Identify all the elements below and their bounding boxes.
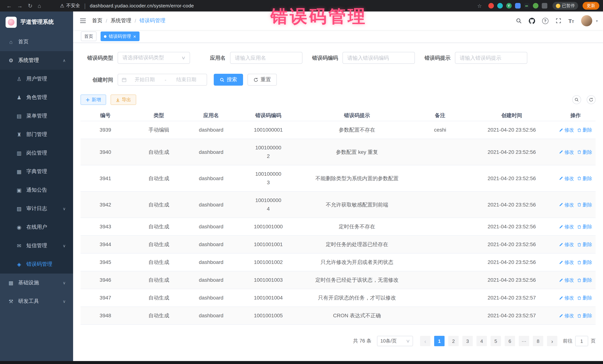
extension-icon-6[interactable]: [533, 3, 538, 9]
edit-button[interactable]: 修改: [559, 294, 574, 302]
screen: ← → ↻ ⌂ ⚠ 不安全 | dashboard.yudao.iocoder.…: [0, 0, 603, 364]
sidebar-item-user-management[interactable]: ♙ 用户管理: [0, 70, 73, 88]
error-code-input[interactable]: [343, 52, 415, 64]
font-size-icon[interactable]: T T: [568, 18, 574, 23]
forward-icon[interactable]: →: [17, 3, 23, 9]
update-button[interactable]: 更新: [583, 2, 599, 10]
page-button[interactable]: 8: [533, 336, 543, 346]
cell-time: 2021-04-20 23:52:56: [468, 165, 556, 192]
error-hint-input[interactable]: [455, 52, 527, 64]
delete-button[interactable]: 删除: [577, 174, 592, 183]
page-button[interactable]: 1: [434, 336, 445, 346]
sidebar-item-role-management[interactable]: ♟ 角色管理: [0, 88, 73, 107]
cell-type: 自动生成: [130, 192, 187, 218]
edit-button[interactable]: 修改: [559, 276, 574, 284]
sidebar-item-department-management[interactable]: ♜ 部门管理: [0, 125, 73, 144]
cell-hint: 定时任务已经处于该状态，无需修改: [302, 271, 412, 289]
reload-icon[interactable]: ↻: [28, 2, 33, 9]
sidebar-item-dict-management[interactable]: ▦ 字典管理: [0, 162, 73, 181]
security-indicator[interactable]: ⚠ 不安全: [60, 3, 80, 9]
edit-button[interactable]: 修改: [559, 174, 574, 183]
extension-icon-5[interactable]: on: [524, 3, 529, 9]
delete-icon: [577, 296, 581, 300]
prev-page-button[interactable]: ‹: [420, 336, 430, 346]
avatar-dropdown-icon[interactable]: ▾: [596, 19, 598, 23]
edit-button[interactable]: 修改: [559, 126, 574, 134]
page-button[interactable]: 4: [476, 336, 487, 346]
breadcrumb-system[interactable]: 系统管理: [111, 17, 131, 24]
logo[interactable]: 芋道管理系统: [0, 11, 73, 33]
cell-remark: [412, 192, 468, 218]
sidebar-item-infrastructure[interactable]: ▩ 基础设施 ∨: [0, 274, 73, 292]
delete-button[interactable]: 删除: [577, 294, 592, 302]
page-button[interactable]: 5: [491, 336, 501, 346]
cell-hint: 不能删除类型为系统内置的参数配置: [302, 165, 412, 192]
breadcrumb-home[interactable]: 首页: [92, 17, 103, 24]
delete-button[interactable]: 删除: [577, 240, 592, 249]
search-button[interactable]: 搜索: [214, 74, 243, 86]
error-type-select[interactable]: 请选择错误码类型 ∨: [118, 52, 190, 64]
sidebar-item-online-users[interactable]: ◉ 在线用户: [0, 218, 73, 236]
cell-type: 自动生成: [130, 307, 187, 325]
delete-button[interactable]: 删除: [577, 311, 592, 320]
edit-button[interactable]: 修改: [559, 240, 574, 249]
extension-icon-3[interactable]: V: [506, 3, 511, 9]
page-button[interactable]: 2: [448, 336, 459, 346]
sidebar-toggle-icon[interactable]: [80, 18, 86, 23]
extension-icon-2[interactable]: [497, 3, 503, 9]
delete-button[interactable]: 删除: [577, 222, 592, 231]
paused-badge[interactable]: 已暂停: [552, 2, 578, 10]
cell-app: dashboard: [187, 307, 235, 325]
app-name-input[interactable]: [230, 52, 302, 64]
close-icon[interactable]: ×: [133, 34, 136, 39]
edit-button[interactable]: 修改: [559, 200, 574, 209]
sidebar-item-home[interactable]: ⌂ 首页: [0, 33, 73, 51]
delete-button[interactable]: 删除: [577, 200, 592, 209]
search-icon[interactable]: [516, 18, 522, 24]
extension-icon-7[interactable]: [542, 3, 547, 9]
edit-button[interactable]: 修改: [559, 222, 574, 231]
add-button[interactable]: 新增: [81, 95, 106, 105]
sidebar-item-system-management[interactable]: ⚙ 系统管理 ∧: [0, 51, 73, 70]
delete-button[interactable]: 删除: [577, 126, 592, 134]
edit-button[interactable]: 修改: [559, 311, 574, 320]
export-button[interactable]: 导出: [111, 95, 136, 105]
page-button[interactable]: 3: [462, 336, 473, 346]
page-button[interactable]: ···: [519, 336, 529, 346]
bookmark-star-icon[interactable]: ☆: [477, 3, 482, 9]
user-avatar[interactable]: [581, 15, 592, 26]
home-icon[interactable]: ⌂: [38, 3, 41, 9]
date-range-picker[interactable]: 开始日期 - 结束日期: [118, 74, 207, 86]
column-code: 错误码编码: [235, 110, 302, 121]
github-icon[interactable]: [529, 18, 535, 24]
delete-button[interactable]: 删除: [577, 258, 592, 266]
back-icon[interactable]: ←: [6, 3, 12, 9]
tab-home[interactable]: 首页: [81, 32, 96, 41]
url-text[interactable]: dashboard.yudao.iocoder.cn/system/error-…: [90, 3, 194, 9]
delete-button[interactable]: 删除: [577, 276, 592, 284]
refresh-icon[interactable]: [587, 95, 596, 104]
next-page-button[interactable]: ›: [547, 336, 557, 346]
sidebar-item-error-code[interactable]: ◈ 错误码管理: [0, 255, 73, 274]
fullscreen-icon[interactable]: [555, 18, 561, 24]
extension-icon-1[interactable]: [488, 3, 494, 9]
sidebar-item-post-management[interactable]: ▥ 岗位管理: [0, 144, 73, 162]
cell-id: 3943: [81, 218, 130, 236]
tab-error-code[interactable]: 错误码管理 ×: [101, 32, 139, 41]
reset-button[interactable]: 重置: [247, 74, 277, 86]
page-size-select[interactable]: 10条/页 ∨: [377, 336, 413, 346]
breadcrumb-separator: /: [135, 18, 136, 24]
edit-button[interactable]: 修改: [559, 148, 574, 156]
page-button[interactable]: 6: [505, 336, 515, 346]
sidebar-item-audit-log[interactable]: ▨ 审计日志 ∨: [0, 199, 73, 218]
extension-icon-4[interactable]: [515, 3, 521, 9]
sidebar-item-dev-tools[interactable]: ⚒ 研发工具 ∨: [0, 292, 73, 311]
toggle-search-icon[interactable]: [572, 95, 581, 104]
sidebar-item-sms-management[interactable]: ✉ 短信管理 ∨: [0, 236, 73, 255]
help-icon[interactable]: ?: [542, 18, 548, 24]
edit-button[interactable]: 修改: [559, 258, 574, 266]
sidebar-item-menu-management[interactable]: ▤ 菜单管理: [0, 107, 73, 125]
delete-button[interactable]: 删除: [577, 148, 592, 156]
goto-page-input[interactable]: [575, 336, 588, 346]
sidebar-item-notice[interactable]: ▣ 通知公告: [0, 181, 73, 199]
